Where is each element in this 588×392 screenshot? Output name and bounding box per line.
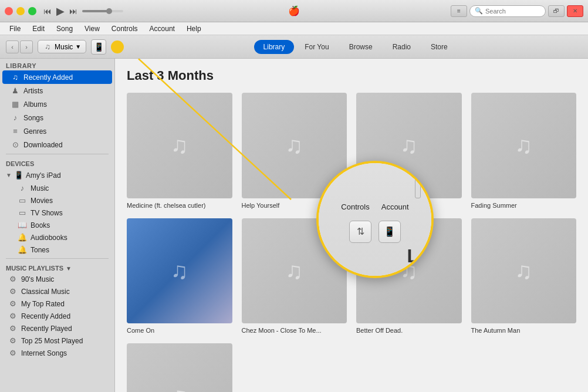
menu-account[interactable]: Account — [145, 23, 180, 34]
album-art-comeon: ♫ — [127, 218, 232, 324]
menu-view[interactable]: View — [80, 23, 104, 34]
menu-controls[interactable]: Controls — [107, 23, 143, 34]
sidebar-scroll[interactable]: Library ♫ Recently Added ♟ Artists ▦ Alb… — [0, 59, 114, 392]
win-btn-group: ≡ 🔍 🗗 ✕ — [451, 5, 583, 17]
win-close-button[interactable]: ✕ — [567, 5, 583, 17]
genres-icon: ≡ — [11, 127, 20, 136]
apple-logo: 🍎 — [288, 5, 300, 16]
sidebar-item-artists[interactable]: ♟ Artists — [2, 84, 112, 97]
music-note-icon: ♫ — [43, 42, 52, 51]
playlist-mytorated[interactable]: ⚙ My Top Rated — [0, 298, 114, 310]
albums-icon: ▦ — [11, 100, 20, 109]
playlist-90s[interactable]: ⚙ 90's Music — [0, 273, 114, 285]
album-grid-row3: ♫ — [127, 343, 576, 392]
menu-song[interactable]: Song — [52, 23, 77, 34]
album-card-comeon[interactable]: ♫ Come On — [127, 218, 232, 334]
music-note-icon-1: ♫ — [171, 132, 188, 158]
playlist-recentlyplayed-label: Recently Played — [21, 325, 72, 333]
album-card-autumnman[interactable]: ♫ The Autumn Man — [471, 218, 577, 334]
sidebar-divider-2 — [6, 258, 109, 259]
tab-browse[interactable]: Browse — [340, 40, 382, 54]
sidebar-recently-added-label: Recently Added — [23, 73, 73, 82]
zoom-account-label: Account — [381, 202, 409, 211]
search-input[interactable] — [485, 8, 540, 15]
sidebar-item-audiobooks[interactable]: 🔔 Audiobooks — [0, 231, 114, 244]
sidebar-divider-1 — [6, 154, 109, 154]
playlist-internet[interactable]: ⚙ Internet Songs — [0, 347, 114, 359]
sidebar-item-genres[interactable]: ≡ Genres — [2, 124, 112, 138]
playlist-top25[interactable]: ⚙ Top 25 Most Played — [0, 334, 114, 347]
playlist-internet-icon: ⚙ — [8, 349, 18, 357]
list-view-button[interactable]: ≡ — [451, 5, 467, 17]
maximize-button[interactable] — [28, 7, 36, 15]
main-layout: Library ♫ Recently Added ♟ Artists ▦ Alb… — [0, 59, 588, 392]
close-button[interactable] — [5, 7, 13, 15]
menu-bar: File Edit Song View Controls Account Hel… — [0, 22, 588, 35]
album-title-fadingsummer: Fading Summer — [471, 202, 577, 209]
sidebar: Library ♫ Recently Added ♟ Artists ▦ Alb… — [0, 59, 115, 392]
device-icon-button[interactable]: 📱 — [91, 39, 106, 55]
album-card-medicine[interactable]: ♫ Medicine (ft. chelsea cutler) — [127, 93, 232, 209]
sidebar-item-movies[interactable]: ▭ Movies — [0, 194, 114, 207]
downloaded-icon: ⊙ — [11, 140, 20, 149]
menu-help[interactable]: Help — [182, 23, 206, 34]
back-button[interactable]: ‹ — [6, 40, 19, 53]
device-tvshows-icon: ▭ — [18, 208, 27, 217]
menu-file[interactable]: File — [5, 23, 25, 34]
content-title: Last 3 Months — [127, 68, 576, 83]
tab-radio[interactable]: Radio — [383, 40, 420, 54]
search-box[interactable]: 🔍 — [469, 5, 546, 17]
device-audiobooks-icon: 🔔 — [18, 233, 27, 242]
fastforward-button[interactable]: ⏭ — [69, 6, 77, 16]
search-icon: 🔍 — [475, 7, 483, 15]
volume-slider[interactable] — [82, 10, 123, 12]
transport-controls: ⏮ ▶ ⏭ — [43, 5, 123, 18]
music-note-icon-4: ♫ — [515, 132, 532, 158]
content-area[interactable]: Last 3 Months ♫ Medicine (ft. chelsea cu… — [115, 59, 588, 392]
album-title-chezmoon: Chez Moon - Close To Me... — [242, 327, 347, 334]
sidebar-item-tones[interactable]: 🔔 Tones — [0, 244, 114, 256]
album-card-row3-1[interactable]: ♫ — [127, 343, 232, 392]
device-tvshows-label: TV Shows — [31, 209, 63, 217]
menu-edit[interactable]: Edit — [28, 23, 49, 34]
device-movies-icon: ▭ — [18, 196, 27, 205]
music-selector[interactable]: ♫ Music ▼ — [38, 40, 86, 53]
zoom-updown-button[interactable]: ⇅ — [349, 221, 371, 243]
playlist-classical[interactable]: ⚙ Classical Music — [0, 285, 114, 298]
zoom-overlay: Controls Account ⇅ 📱 L — [316, 161, 434, 278]
forward-button[interactable]: › — [20, 40, 33, 53]
library-section-header: Library — [0, 59, 114, 70]
playlist-internet-label: Internet Songs — [21, 349, 67, 357]
playlist-recentlyadded-label: Recently Added — [21, 312, 70, 320]
sidebar-item-albums[interactable]: ▦ Albums — [2, 97, 112, 111]
playlists-section-header[interactable]: Music Playlists ▼ — [0, 261, 114, 273]
sidebar-item-books[interactable]: 📖 Books — [0, 219, 114, 231]
music-note-icon-5: ♫ — [171, 258, 188, 284]
music-note-icon-9: ♫ — [171, 383, 188, 392]
zoom-device-button[interactable]: 📱 — [379, 221, 401, 243]
play-button[interactable]: ▶ — [56, 5, 65, 18]
album-title-betterofdead: Better Off Dead. — [356, 327, 462, 334]
sidebar-item-songs[interactable]: ♪ Songs — [2, 111, 112, 124]
album-card-fadingsummer[interactable]: ♫ Fading Summer — [471, 93, 577, 209]
device-tones-label: Tones — [31, 246, 49, 254]
sidebar-item-recently-added[interactable]: ♫ Recently Added — [2, 70, 112, 84]
playlist-recentlyplayed[interactable]: ⚙ Recently Played — [0, 322, 114, 334]
sidebar-item-music[interactable]: ♪ Music — [0, 182, 114, 194]
device-ipad[interactable]: ▼ 📱 Amy's iPad — [0, 168, 114, 182]
playlist-recentlyadded[interactable]: ⚙ Recently Added — [0, 310, 114, 322]
playlist-classical-icon: ⚙ — [8, 287, 18, 296]
tab-library[interactable]: Library — [254, 40, 295, 54]
music-note-icon-3: ♫ — [400, 132, 418, 158]
tab-store[interactable]: Store — [421, 40, 457, 54]
playlist-toprated-label: My Top Rated — [21, 300, 65, 308]
sidebar-item-tvshows[interactable]: ▭ TV Shows — [0, 207, 114, 219]
title-bar: ⏮ ▶ ⏭ 🍎 ≡ 🔍 🗗 ✕ — [0, 0, 588, 22]
restore-button[interactable]: 🗗 — [548, 5, 565, 17]
playlists-label: Music Playlists — [6, 265, 63, 272]
device-books-label: Books — [31, 221, 50, 229]
sidebar-item-downloaded[interactable]: ⊙ Downloaded — [2, 138, 112, 151]
rewind-button[interactable]: ⏮ — [43, 6, 52, 16]
minimize-button[interactable] — [16, 7, 25, 15]
tab-foryou[interactable]: For You — [295, 40, 338, 54]
